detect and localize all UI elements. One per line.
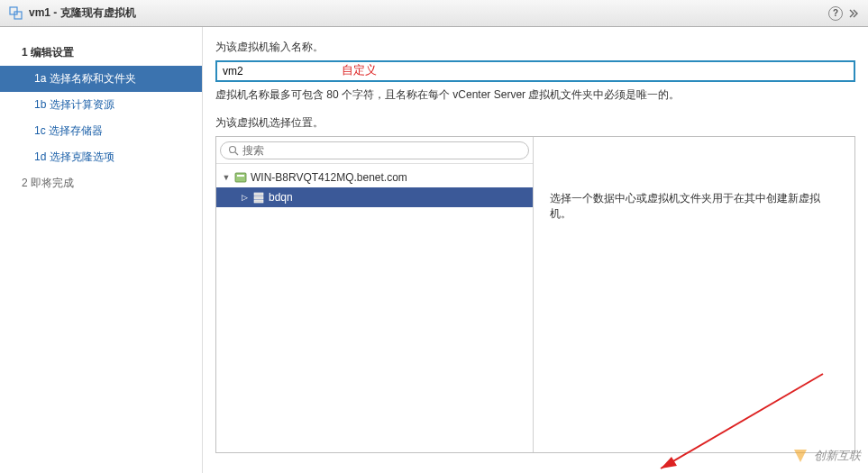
search-input[interactable]	[242, 144, 521, 157]
name-hint: 虚拟机名称最多可包含 80 个字符，且名称在每个 vCenter Server …	[215, 87, 855, 103]
substep-number: 1c	[34, 124, 46, 137]
info-panel: 选择一个数据中心或虚拟机文件夹用于在其中创建新虚拟机。	[534, 137, 854, 452]
step-number: 2	[22, 177, 28, 189]
step-2[interactable]: 2 即将完成	[0, 170, 202, 196]
tree-root-row[interactable]: ▼ WIN-B8RVQT412MQ.benet.com	[216, 168, 533, 187]
substep-1a[interactable]: 1a 选择名称和文件夹	[0, 66, 202, 92]
info-text: 选择一个数据中心或虚拟机文件夹用于在其中创建新虚拟机。	[550, 191, 838, 222]
svg-rect-0	[10, 7, 17, 14]
search-inner[interactable]	[220, 141, 529, 159]
name-label: 为该虚拟机输入名称。	[215, 40, 855, 55]
expand-icon[interactable]: ▷	[240, 193, 249, 202]
substep-label: 选择克隆选项	[50, 150, 114, 163]
svg-point-2	[230, 146, 236, 152]
substep-label: 选择名称和文件夹	[50, 72, 136, 85]
wizard-sidebar: 1 编辑设置 1a 选择名称和文件夹 1b 选择计算资源 1c 选择存储器 1d…	[0, 27, 203, 473]
collapse-icon[interactable]: ▼	[222, 173, 231, 182]
window-title: vm1 - 克隆现有虚拟机	[29, 5, 136, 21]
wizard-content: 为该虚拟机输入名称。 自定义 虚拟机名称最多可包含 80 个字符，且名称在每个 …	[203, 27, 868, 473]
titlebar-left: vm1 - 克隆现有虚拟机	[9, 5, 136, 21]
tree: ▼ WIN-B8RVQT412MQ.benet.com ▷	[216, 164, 533, 452]
substep-1d[interactable]: 1d 选择克隆选项	[0, 144, 202, 170]
step-label: 即将完成	[31, 177, 74, 189]
step-number: 1	[22, 46, 28, 59]
vm-name-input[interactable]	[215, 60, 855, 82]
substep-1b[interactable]: 1b 选择计算资源	[0, 92, 202, 118]
search-bar	[216, 137, 533, 164]
svg-rect-4	[235, 173, 246, 182]
titlebar-right: ?	[828, 6, 859, 21]
substep-label: 选择计算资源	[50, 98, 114, 111]
name-input-wrap: 自定义	[215, 60, 855, 82]
tree-child-row[interactable]: ▷ bdqn	[216, 187, 533, 207]
svg-rect-6	[254, 193, 263, 196]
tree-root-label: WIN-B8RVQT412MQ.benet.com	[251, 171, 407, 184]
vcenter-icon	[234, 171, 247, 184]
tree-child-label: bdqn	[269, 191, 293, 204]
svg-rect-1	[14, 12, 22, 19]
substep-1c[interactable]: 1c 选择存储器	[0, 118, 202, 144]
svg-marker-10	[661, 457, 677, 468]
titlebar: vm1 - 克隆现有虚拟机 ?	[0, 0, 868, 27]
step-1[interactable]: 1 编辑设置	[0, 40, 202, 66]
main-area: 1 编辑设置 1a 选择名称和文件夹 1b 选择计算资源 1c 选择存储器 1d…	[0, 27, 868, 473]
svg-rect-8	[254, 200, 263, 203]
location-box: ▼ WIN-B8RVQT412MQ.benet.com ▷	[215, 136, 855, 453]
datacenter-icon	[252, 191, 265, 204]
search-icon	[228, 145, 239, 156]
step-label: 编辑设置	[31, 46, 74, 59]
svg-line-3	[235, 152, 238, 155]
svg-rect-5	[237, 175, 244, 177]
svg-rect-7	[254, 196, 263, 199]
location-label: 为该虚拟机选择位置。	[215, 115, 855, 131]
help-icon[interactable]: ?	[828, 6, 843, 21]
vm-clone-icon	[9, 6, 23, 21]
substep-number: 1b	[34, 98, 46, 111]
substep-number: 1d	[34, 150, 46, 163]
substep-number: 1a	[34, 72, 46, 85]
tree-panel: ▼ WIN-B8RVQT412MQ.benet.com ▷	[216, 137, 534, 452]
substep-label: 选择存储器	[49, 124, 103, 137]
dock-icon[interactable]	[848, 8, 859, 19]
